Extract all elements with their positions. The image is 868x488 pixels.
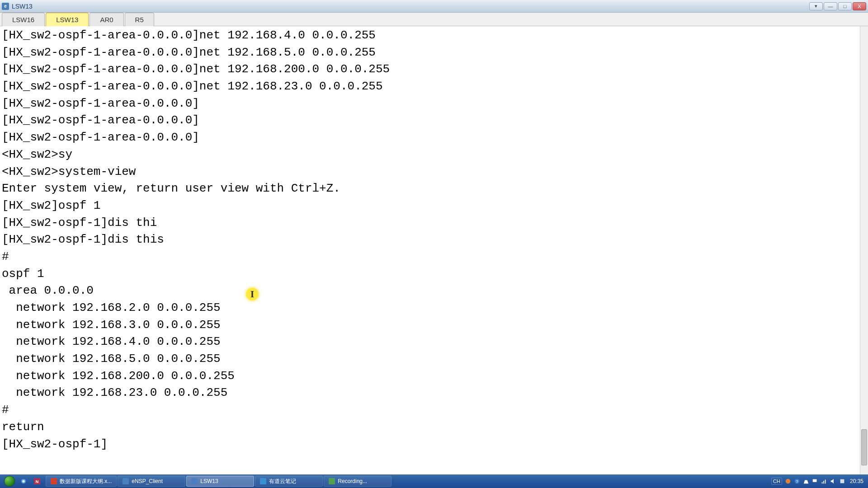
titlebar: e LSW13 ▾ — □ X	[0, 0, 868, 13]
taskbar-item[interactable]: Recording...	[324, 476, 392, 487]
tab-ar0[interactable]: AR0	[90, 13, 123, 26]
app-icon	[51, 478, 57, 484]
restore-down-button[interactable]: ▾	[809, 2, 823, 10]
taskbar-item[interactable]: eNSP_Client	[118, 476, 185, 487]
terminal-output[interactable]: [HX_sw2-ospf-1-area-0.0.0.0]net 192.168.…	[0, 26, 860, 474]
svg-marker-17	[831, 479, 834, 484]
volume-icon[interactable]	[830, 478, 836, 484]
language-indicator[interactable]: CH	[771, 478, 782, 485]
svg-rect-4	[51, 478, 57, 484]
quick-launch-n[interactable]: N	[32, 476, 45, 487]
app-icon	[191, 478, 198, 484]
svg-rect-7	[260, 478, 266, 484]
taskbar-item[interactable]: 数据新版课程大纲.x...	[46, 476, 117, 487]
svg-rect-18	[840, 479, 844, 483]
vertical-scrollbar[interactable]	[860, 26, 868, 474]
maximize-button[interactable]: □	[838, 2, 852, 10]
svg-rect-13	[813, 479, 817, 482]
svg-rect-14	[822, 482, 823, 484]
minimize-button[interactable]: —	[824, 2, 837, 10]
taskbar-item-label: 有道云笔记	[269, 478, 296, 485]
svg-marker-12	[804, 480, 809, 483]
app-icon	[260, 478, 266, 484]
close-button[interactable]: X	[853, 2, 866, 10]
windows-logo-icon	[4, 476, 15, 487]
clock[interactable]: 20:35	[848, 478, 863, 484]
tray-icon-2[interactable]	[803, 478, 809, 484]
taskbar-item-label: LSW13	[200, 478, 218, 484]
taskbar: N 数据新版课程大纲.x...eNSP_ClientLSW13有道云笔记Reco…	[0, 474, 868, 488]
start-button[interactable]	[1, 475, 18, 487]
system-tray: CH ? 20:35	[771, 478, 867, 485]
tray-icon-help[interactable]: ?	[794, 478, 800, 484]
svg-point-9	[786, 479, 791, 484]
tray-icon-3[interactable]	[839, 478, 845, 484]
tab-r5[interactable]: R5	[125, 13, 154, 26]
window-title: LSW13	[12, 3, 33, 10]
window-controls: ▾ — □ X	[809, 2, 866, 10]
scrollbar-thumb[interactable]	[861, 429, 867, 465]
taskbar-item-label: eNSP_Client	[132, 478, 163, 484]
app-icon	[329, 478, 335, 484]
tray-icon-flag[interactable]	[812, 478, 818, 484]
taskbar-item[interactable]: 有道云笔记	[255, 476, 323, 487]
taskbar-item[interactable]: LSW13	[186, 476, 254, 487]
network-icon[interactable]	[821, 478, 827, 484]
n-icon: N	[34, 478, 40, 484]
tab-bar: LSW16LSW13AR0R5	[0, 13, 868, 26]
tab-lsw16[interactable]: LSW16	[2, 13, 45, 26]
svg-rect-5	[123, 478, 129, 484]
app-icon	[123, 478, 129, 484]
quick-launch-ie[interactable]	[19, 476, 31, 487]
svg-rect-8	[329, 478, 335, 484]
svg-rect-6	[191, 478, 198, 484]
tray-icon-1[interactable]	[785, 478, 791, 484]
taskbar-item-label: 数据新版课程大纲.x...	[60, 478, 112, 485]
svg-text:N: N	[36, 479, 39, 484]
app-icon: e	[2, 3, 9, 10]
svg-rect-15	[823, 481, 824, 483]
svg-text:?: ?	[796, 479, 798, 484]
svg-point-1	[22, 480, 24, 482]
svg-rect-16	[825, 480, 826, 484]
ie-icon	[20, 478, 27, 484]
taskbar-item-label: Recording...	[338, 478, 367, 484]
tab-lsw13[interactable]: LSW13	[46, 13, 89, 26]
